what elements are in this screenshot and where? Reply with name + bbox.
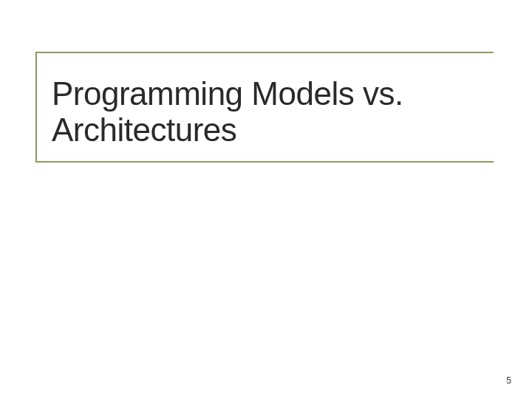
page-number: 5 bbox=[506, 375, 511, 386]
slide-title: Programming Models vs. Architectures bbox=[52, 75, 494, 149]
title-frame: Programming Models vs. Architectures bbox=[35, 52, 494, 163]
